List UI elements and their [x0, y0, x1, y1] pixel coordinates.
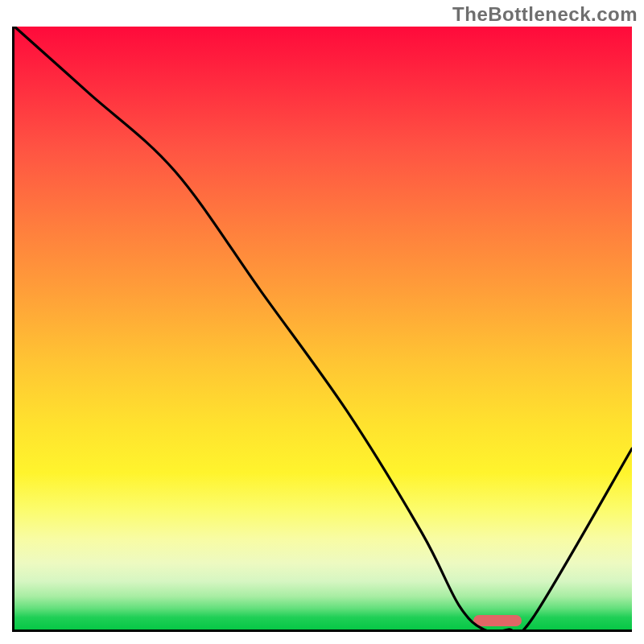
- bottleneck-curve: [14, 27, 632, 632]
- chart-container: TheBottleneck.com: [0, 0, 644, 644]
- plot-area: [12, 27, 632, 632]
- curve-layer: [14, 27, 632, 630]
- watermark-text: TheBottleneck.com: [452, 3, 638, 26]
